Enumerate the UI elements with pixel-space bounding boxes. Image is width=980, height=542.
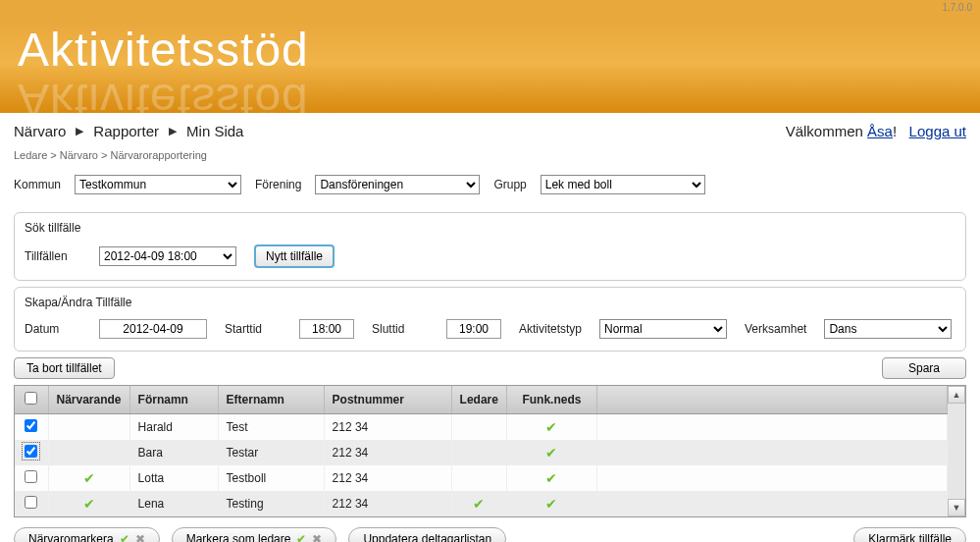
header-postnummer[interactable]: Postnummer <box>324 386 451 414</box>
check-icon: ✔ <box>120 532 129 542</box>
narvaromarkera-label: Närvaromarkera <box>28 532 114 542</box>
skapa-title: Skapa/Ändra Tillfälle <box>25 296 955 309</box>
check-icon: ✔ <box>83 470 95 486</box>
check-icon: ✔ <box>473 496 485 512</box>
scrollbar-track[interactable]: ▲ ▼ <box>948 386 965 516</box>
cell-postnummer: 212 34 <box>324 465 451 491</box>
markera-ledare-label: Markera som ledare <box>186 532 291 542</box>
uppdatera-button[interactable]: Uppdatera deltagarlistan <box>348 527 506 542</box>
header-efternamn[interactable]: Efternamn <box>218 386 324 414</box>
check-icon: ✔ <box>545 445 557 461</box>
cell-fornamn: Harald <box>129 414 218 441</box>
header-narvarande[interactable]: Närvarande <box>48 386 129 414</box>
user-link[interactable]: Åsa <box>867 123 893 139</box>
check-icon: ✔ <box>545 496 557 512</box>
check-icon: ✔ <box>545 470 557 486</box>
table-row: HaraldTest212 34✔ <box>15 414 948 441</box>
datum-input[interactable] <box>99 319 207 339</box>
verksamhet-label: Verksamhet <box>745 322 806 336</box>
welcome-prefix: Välkommen <box>786 123 867 139</box>
aktivitetstyp-label: Aktivitetstyp <box>519 322 582 336</box>
cell-efternamn: Testboll <box>218 465 324 491</box>
klarmark-button[interactable]: Klarmärk tillfälle <box>853 527 966 542</box>
forening-select[interactable]: Dansföreningen <box>315 175 480 194</box>
select-all-checkbox[interactable] <box>25 392 37 405</box>
grupp-select[interactable]: Lek med boll <box>541 175 705 194</box>
row-checkbox[interactable] <box>25 445 37 458</box>
nav-rapporter[interactable]: Rapporter <box>93 123 159 139</box>
starttid-input[interactable] <box>299 319 354 339</box>
cell-fornamn: Lotta <box>129 465 218 491</box>
tabort-button[interactable]: Ta bort tillfället <box>14 357 115 379</box>
table-row: BaraTestar212 34✔ <box>15 440 948 465</box>
x-icon: ✖ <box>135 532 145 542</box>
bottom-action-bar: Närvaromarkera ✔ ✖ Markera som ledare ✔ … <box>0 517 980 542</box>
check-icon: ✔ <box>296 532 306 542</box>
cell-spacer <box>596 440 947 465</box>
scroll-up-icon[interactable]: ▲ <box>948 386 965 404</box>
tillfallen-select[interactable]: 2012-04-09 18:00 <box>99 246 236 266</box>
cell-efternamn: Test <box>218 414 324 441</box>
table-container: ▲ ▼ Närvarande Förnamn Efternamn Postnum… <box>14 385 966 517</box>
cell-spacer <box>596 414 947 441</box>
scroll-down-icon[interactable]: ▼ <box>948 499 965 516</box>
cell-fornamn: Bara <box>129 440 218 465</box>
row-checkbox[interactable] <box>25 419 37 432</box>
sluttid-label: Sluttid <box>372 322 429 336</box>
kommun-label: Kommun <box>14 178 61 191</box>
spara-button[interactable]: Spara <box>882 357 966 379</box>
attendance-table: Närvarande Förnamn Efternamn Postnummer … <box>15 386 948 516</box>
sok-title: Sök tillfälle <box>25 221 955 235</box>
filter-bar: Kommun Testkommun Förening Dansföreninge… <box>0 171 980 206</box>
tillfallen-label: Tillfällen <box>25 249 81 263</box>
cell-efternamn: Testar <box>218 440 324 465</box>
logout-link[interactable]: Logga ut <box>909 123 966 139</box>
cell-postnummer: 212 34 <box>324 440 451 465</box>
row-checkbox[interactable] <box>25 470 37 483</box>
x-icon: ✖ <box>312 532 322 542</box>
nav-narvaro[interactable]: Närvaro <box>14 123 66 139</box>
cell-postnummer: 212 34 <box>324 414 451 441</box>
topbar: Närvaro ▶ Rapporter ▶ Min Sida Välkommen… <box>0 113 980 145</box>
sok-panel: Sök tillfälle Tillfällen 2012-04-09 18:0… <box>14 212 966 281</box>
table-row: ✔LenaTesting212 34✔✔ <box>15 491 948 516</box>
verksamhet-select[interactable]: Dans <box>824 319 952 339</box>
header-select-all[interactable] <box>15 386 48 414</box>
check-icon: ✔ <box>545 419 557 435</box>
kommun-select[interactable]: Testkommun <box>75 175 241 194</box>
sluttid-input[interactable] <box>446 319 501 339</box>
welcome-text: Välkommen Åsa! Logga ut <box>786 123 966 139</box>
row-checkbox[interactable] <box>25 496 37 509</box>
welcome-suffix: ! <box>893 123 897 139</box>
nav-min-sida[interactable]: Min Sida <box>186 123 243 139</box>
grupp-label: Grupp <box>493 178 526 191</box>
skapa-panel: Skapa/Ändra Tillfälle Datum Starttid Slu… <box>14 287 966 352</box>
cell-postnummer: 212 34 <box>324 491 451 516</box>
narvaromarkera-button[interactable]: Närvaromarkera ✔ ✖ <box>14 527 160 542</box>
chevron-right-icon: ▶ <box>76 125 83 137</box>
top-nav: Närvaro ▶ Rapporter ▶ Min Sida <box>14 123 243 139</box>
cell-efternamn: Testing <box>218 491 324 516</box>
markera-ledare-button[interactable]: Markera som ledare ✔ ✖ <box>172 527 337 542</box>
app-title: Aktivitetsstöd <box>18 23 309 77</box>
table-row: ✔LottaTestboll212 34✔ <box>15 465 948 491</box>
starttid-label: Starttid <box>225 322 282 336</box>
breadcrumb: Ledare > Närvaro > Närvarorapportering <box>0 145 980 171</box>
cell-fornamn: Lena <box>129 491 218 516</box>
header-ledare[interactable]: Ledare <box>451 386 506 414</box>
app-title-reflection: Aktivitetsstöd <box>18 74 309 113</box>
check-icon: ✔ <box>83 496 95 512</box>
header-spacer <box>596 386 947 414</box>
header-funkneds[interactable]: Funk.neds <box>506 386 596 414</box>
nytt-tillfalle-button[interactable]: Nytt tillfälle <box>254 244 335 268</box>
chevron-right-icon: ▶ <box>169 125 177 137</box>
cell-spacer <box>596 491 947 516</box>
header-fornamn[interactable]: Förnamn <box>129 386 218 414</box>
action-bar: Ta bort tillfället Spara <box>0 357 980 379</box>
aktivitetstyp-select[interactable]: Normal <box>599 319 727 339</box>
cell-spacer <box>596 465 947 491</box>
version-label: 1.7.0.0 <box>0 0 980 13</box>
banner: Aktivitetsstöd Aktivitetsstöd <box>0 13 980 113</box>
forening-label: Förening <box>255 178 301 191</box>
datum-label: Datum <box>25 322 81 336</box>
